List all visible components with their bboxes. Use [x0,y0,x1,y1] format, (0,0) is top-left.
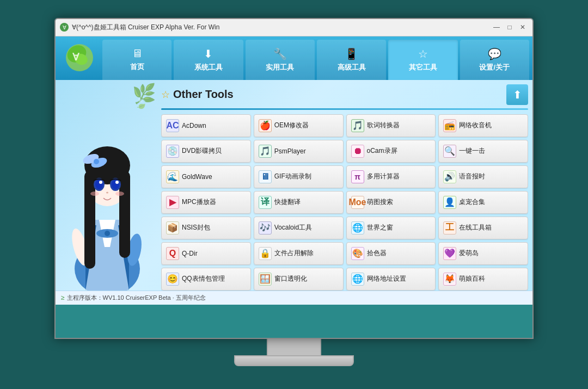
tool-icon-online: 工 [443,221,456,234]
tool-label-vocaloid: Vocaloid工具 [274,223,312,232]
tool-btn-oem[interactable]: 🍎 OEM修改器 [254,114,344,137]
tool-btn-ocam[interactable]: ⏺ oCam录屏 [346,140,436,163]
tool-label-dvd: DVD影碟拷贝 [182,146,222,156]
close-button[interactable]: ✕ [517,22,528,33]
nav-tab-label-utility: 实用工具 [266,63,294,72]
bg-decor: 🌿 🍃 [56,80,159,291]
tool-btn-nsis[interactable]: 📦 NSIS封包 [161,217,251,239]
nav-tab-icon-utility: 🔧 [273,47,287,60]
tool-btn-window-trans[interactable]: 🪟 窗口透明化 [254,268,344,291]
nav-tab-icon-system: ⬇ [204,47,213,60]
tool-label-gif: GIF动画录制 [274,172,311,181]
tool-icon-song: 🎵 [351,119,364,132]
status-text: 主程序版本：WV1.10 CruiserEXP Beta · 五周年纪念 [67,294,206,302]
tool-label-oem: OEM修改器 [274,121,309,130]
tool-btn-psm[interactable]: 🎵 PsmPlayer [254,140,344,163]
tool-icon-vocaloid: 🎶 [259,221,272,234]
tool-icon-oem: 🍎 [259,119,272,132]
tool-icon-nsis: 📦 [166,221,179,234]
tools-header-button[interactable]: ⬆ [506,84,528,105]
nav-tab-utility[interactable]: 🔧 实用工具 [246,40,315,80]
minimize-button[interactable]: — [491,22,502,33]
monitor-screen: ∀ ∀(^o^^)盘姬工具箱 Cruiser EXP Alpha Ver. Fo… [54,18,534,339]
tool-btn-world[interactable]: 🌐 世界之窗 [346,217,436,239]
title-bar: ∀ ∀(^o^^)盘姬工具箱 Cruiser EXP Alpha Ver. Fo… [56,19,532,36]
tool-btn-filelock[interactable]: 🔒 文件占用解除 [254,242,344,265]
tools-panel: ☆ Other Tools ⬆ AC AcDown 🍎 OEM修改器 🎵 歌词转… [159,80,532,291]
tool-btn-translate[interactable]: 译 快捷翻译 [254,191,344,214]
tool-icon-translate: 译 [259,196,272,209]
nav-tab-other[interactable]: ☆ 其它工具 [388,40,457,80]
main-content: 🌿 🍃 ☆ Other Tools ⬆ AC AcDown 🍎 OEM [56,80,532,291]
nav-tabs: 🖥 首页 ⬇ 系统工具 🔧 实用工具 📱 高级工具 ☆ 其它工具 💬 设置/关于 [101,36,530,80]
tool-btn-net-radio[interactable]: 📻 网络收音机 [438,114,528,137]
nav-tab-system[interactable]: ⬇ 系统工具 [174,40,243,80]
tool-btn-mpc[interactable]: ▶ MPC播放器 [161,191,251,214]
tool-btn-moe2[interactable]: 🦊 萌娘百科 [438,268,528,291]
tool-btn-qdir[interactable]: Q Q-Dir [161,242,251,265]
tools-divider [161,108,528,110]
tool-btn-online[interactable]: 工 在线工具箱 [438,217,528,239]
tool-btn-voice[interactable]: 🔊 语音报时 [438,165,528,188]
tool-icon-psm: 🎵 [259,145,272,158]
nav-tab-home[interactable]: 🖥 首页 [102,40,171,80]
nav-tab-label-advanced: 高级工具 [338,63,366,72]
character-area: 🌿 🍃 [56,80,159,291]
svg-text:∀: ∀ [72,52,80,63]
tool-label-song: 歌词转换器 [367,121,400,130]
tools-title: Other Tools [173,88,234,101]
tool-label-acdown: AcDown [182,122,206,129]
tool-btn-song[interactable]: 🎵 歌词转换器 [346,114,436,137]
tool-icon-qdir: Q [166,247,179,260]
tool-btn-qq-emoji[interactable]: 😊 QQ表情包管理 [161,268,251,291]
tool-label-nsis: NSIS封包 [182,223,210,232]
tool-icon-mpc: ▶ [166,196,179,209]
nav-tab-advanced[interactable]: 📱 高级工具 [317,40,386,80]
tool-label-qq-emoji: QQ表情包管理 [182,274,225,283]
tool-label-window-trans: 窗口透明化 [274,274,307,283]
tool-btn-dvd[interactable]: 💿 DVD影碟拷贝 [161,140,251,163]
tool-btn-aimeng[interactable]: 💜 爱萌岛 [438,242,528,265]
nav-tab-icon-settings: 💬 [488,47,501,60]
tool-label-world: 世界之窗 [367,223,393,232]
app-icon: ∀ [60,23,69,32]
tool-btn-vocaloid[interactable]: 🎶 Vocaloid工具 [254,217,344,239]
tool-icon-world: 🌐 [351,221,364,234]
tool-btn-desktop[interactable]: 👤 桌宠合集 [438,191,528,214]
tools-header: ☆ Other Tools ⬆ [161,84,528,105]
tool-btn-gif[interactable]: 🖥 GIF动画录制 [254,165,344,188]
tool-btn-gold[interactable]: 🌊 GoldWave [161,165,251,188]
tool-label-calc: 多用计算器 [367,172,400,181]
tool-btn-color[interactable]: 🎨 拾色器 [346,242,436,265]
tool-label-ocam: oCam录屏 [367,146,397,156]
tool-icon-moe2: 🦊 [443,273,456,286]
nav-tab-icon-advanced: 📱 [345,47,358,60]
nav-tab-label-other: 其它工具 [409,63,437,72]
tool-label-qdir: Q-Dir [182,250,198,257]
tool-icon-qq-emoji: 😊 [166,273,179,286]
nav-tab-label-system: 系统工具 [194,63,223,72]
window-controls: — □ ✕ [491,22,528,33]
tool-icon-color: 🎨 [351,247,364,260]
tool-btn-acdown[interactable]: AC AcDown [161,114,251,137]
nav-logo: ∀ [58,36,101,80]
nav-tab-settings[interactable]: 💬 设置/关于 [460,40,529,80]
tool-btn-onekey[interactable]: 🔍 一键一击 [438,140,528,163]
tool-icon-window-trans: 🪟 [259,273,272,286]
tool-label-net-radio: 网络收音机 [459,121,492,130]
tool-label-mpc: MPC播放器 [182,197,216,207]
tool-icon-onekey: 🔍 [443,145,456,158]
status-bar: ≥ 主程序版本：WV1.10 CruiserEXP Beta · 五周年纪念 [56,291,532,305]
tool-btn-network-addr[interactable]: 🌐 网络地址设置 [346,268,436,291]
tool-btn-moe[interactable]: Moe 萌图搜索 [346,191,436,214]
monitor-stand-base [234,355,354,366]
nav-bar: ∀ 🖥 首页 ⬇ 系统工具 🔧 实用工具 📱 高级工具 ☆ 其它工具 💬 设置/… [56,36,532,80]
tool-btn-calc[interactable]: π 多用计算器 [346,165,436,188]
maximize-button[interactable]: □ [504,22,515,33]
tool-label-moe: 萌图搜索 [367,197,393,207]
tool-label-online: 在线工具箱 [459,223,492,232]
tool-label-voice: 语音报时 [459,172,485,181]
tool-icon-ocam: ⏺ [351,145,364,158]
window-title: ∀(^o^^)盘姬工具箱 Cruiser EXP Alpha Ver. For … [72,23,491,32]
tools-title-star-icon: ☆ [161,89,170,101]
